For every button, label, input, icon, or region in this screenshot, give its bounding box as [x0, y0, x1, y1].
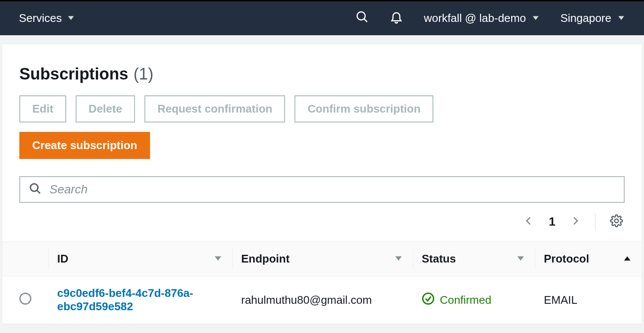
search-icon: [29, 182, 42, 197]
caret-down-icon: [617, 12, 625, 25]
page-title-text: Subscriptions: [19, 65, 128, 83]
column-select: [2, 242, 49, 276]
caret-down-icon: [532, 12, 540, 25]
subscription-protocol: EMAIL: [535, 276, 642, 324]
action-row: Edit Delete Request confirmation Confirm…: [19, 95, 625, 122]
confirm-subscription-button[interactable]: Confirm subscription: [294, 95, 433, 122]
services-label: Services: [19, 12, 62, 25]
status-text: Confirmed: [440, 293, 491, 307]
column-status-label: Status: [422, 252, 456, 265]
request-confirmation-button[interactable]: Request confirmation: [144, 95, 285, 122]
column-id-label: ID: [57, 252, 68, 265]
page-number: 1: [549, 215, 555, 229]
search-box[interactable]: [19, 176, 625, 203]
column-protocol-label: Protocol: [544, 252, 589, 265]
check-circle-icon: [422, 292, 435, 308]
column-endpoint[interactable]: Endpoint: [233, 242, 413, 276]
svg-point-5: [31, 184, 38, 192]
subscription-id-link[interactable]: c9c0edf6-bef4-4c7d-876a-ebc97d59e582: [49, 276, 233, 324]
table-row: c9c0edf6-bef4-4c7d-876a-ebc97d59e582 rah…: [2, 276, 642, 324]
create-subscription-button[interactable]: Create subscription: [19, 132, 150, 159]
row-select-radio[interactable]: [19, 293, 31, 305]
column-status[interactable]: Status: [413, 242, 535, 276]
subscription-endpoint: rahulmuthu80@gmail.com: [233, 276, 413, 324]
subscriptions-panel: Subscriptions (1) Edit Delete Request co…: [2, 44, 642, 324]
svg-marker-0: [68, 16, 74, 20]
svg-marker-9: [396, 256, 402, 260]
edit-button[interactable]: Edit: [19, 95, 66, 122]
sort-icon: [394, 252, 403, 266]
svg-point-7: [615, 219, 619, 223]
status-badge: Confirmed: [422, 292, 527, 308]
divider: [595, 213, 595, 230]
delete-button[interactable]: Delete: [76, 95, 135, 122]
account-menu[interactable]: workfall @ lab-demo: [424, 12, 540, 25]
svg-marker-10: [518, 256, 524, 260]
settings-button[interactable]: [610, 214, 623, 229]
page-title-count: (1): [133, 65, 153, 83]
column-endpoint-label: Endpoint: [241, 252, 290, 265]
svg-marker-8: [215, 256, 221, 260]
svg-marker-3: [533, 16, 539, 20]
svg-marker-11: [624, 256, 631, 260]
prev-page-button[interactable]: [524, 216, 534, 228]
notifications-button[interactable]: [389, 10, 403, 27]
svg-point-12: [423, 293, 434, 304]
account-label: workfall @ lab-demo: [424, 12, 526, 25]
sort-icon: [516, 252, 525, 266]
svg-line-6: [37, 190, 40, 194]
caret-down-icon: [67, 12, 75, 25]
table-header-row: ID Endpoint Status: [2, 242, 642, 276]
search-nav-button[interactable]: [355, 10, 369, 27]
svg-line-2: [364, 19, 367, 22]
sort-icon: [214, 252, 222, 266]
svg-point-1: [357, 12, 365, 20]
region-menu[interactable]: Singapore: [560, 12, 625, 25]
sort-asc-icon: [623, 252, 632, 266]
column-protocol[interactable]: Protocol: [535, 242, 642, 276]
region-label: Singapore: [560, 12, 611, 25]
subscriptions-table: ID Endpoint Status: [2, 241, 642, 324]
page-title: Subscriptions (1): [19, 65, 625, 83]
services-menu[interactable]: Services: [19, 12, 75, 25]
column-id[interactable]: ID: [49, 242, 233, 276]
paginator: 1: [19, 213, 625, 241]
search-input[interactable]: [49, 183, 615, 196]
svg-marker-4: [618, 16, 624, 20]
next-page-button[interactable]: [570, 216, 580, 228]
top-nav: Services workfall @ lab-demo Singapore: [0, 0, 644, 35]
